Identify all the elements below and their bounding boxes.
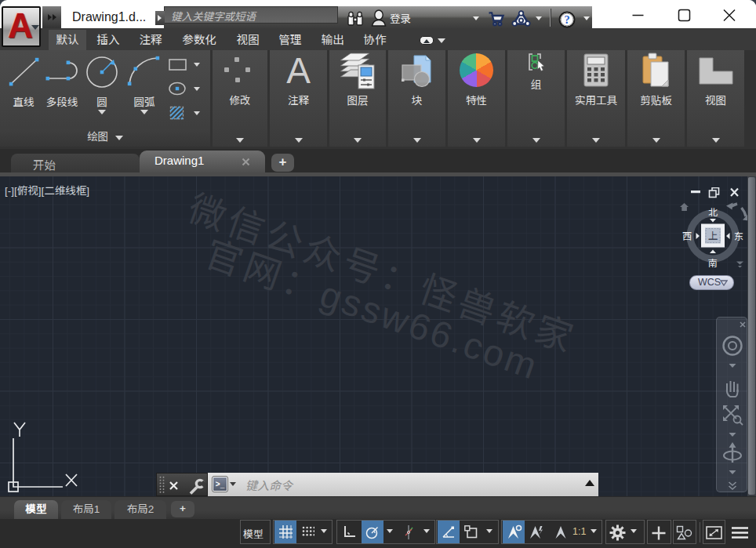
svg-text:北: 北 [708,205,718,218]
svg-text:?: ? [564,13,569,26]
svg-text:东: 东 [734,229,743,242]
svg-text:南: 南 [708,256,718,269]
svg-text:西: 西 [682,229,692,242]
svg-text:上: 上 [708,227,718,242]
